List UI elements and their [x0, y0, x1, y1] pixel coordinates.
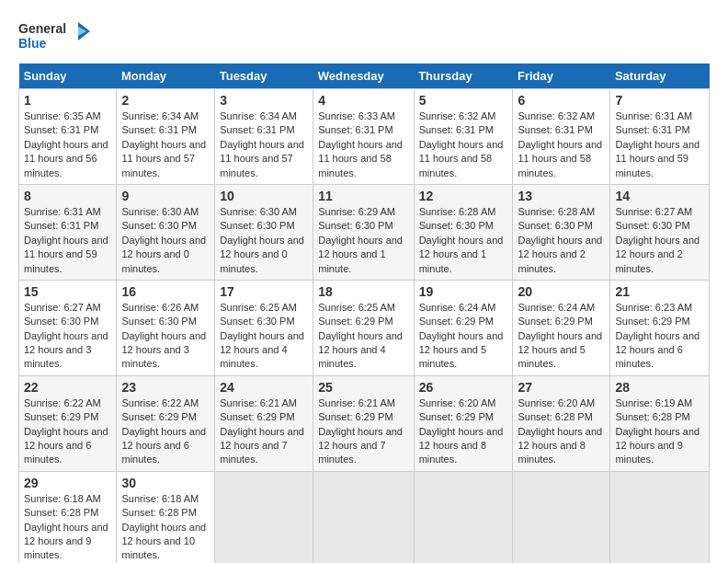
- day-number: 28: [615, 380, 704, 395]
- col-tuesday: Tuesday: [215, 63, 313, 89]
- calendar-cell: 1Sunrise: 6:35 AMSunset: 6:31 PMDaylight…: [19, 89, 117, 185]
- calendar-cell: [313, 471, 414, 563]
- calendar-cell: 22Sunrise: 6:22 AMSunset: 6:29 PMDayligh…: [19, 375, 117, 471]
- day-info: Sunrise: 6:26 AMSunset: 6:30 PMDaylight …: [121, 301, 210, 372]
- day-info: Sunrise: 6:28 AMSunset: 6:30 PMDaylight …: [419, 205, 508, 276]
- col-sunday: Sunday: [19, 63, 117, 89]
- calendar-cell: 28Sunrise: 6:19 AMSunset: 6:28 PMDayligh…: [610, 375, 710, 471]
- calendar-cell: 13Sunrise: 6:28 AMSunset: 6:30 PMDayligh…: [513, 184, 610, 280]
- day-info: Sunrise: 6:24 AMSunset: 6:29 PMDaylight …: [419, 301, 508, 372]
- day-number: 6: [518, 93, 605, 108]
- calendar-cell: 20Sunrise: 6:24 AMSunset: 6:29 PMDayligh…: [513, 280, 610, 375]
- day-number: 24: [220, 380, 308, 395]
- calendar-cell: 17Sunrise: 6:25 AMSunset: 6:30 PMDayligh…: [215, 280, 313, 375]
- calendar-cell: 12Sunrise: 6:28 AMSunset: 6:30 PMDayligh…: [414, 184, 513, 280]
- calendar-cell: 26Sunrise: 6:20 AMSunset: 6:29 PMDayligh…: [414, 375, 513, 471]
- day-info: Sunrise: 6:18 AMSunset: 6:28 PMDaylight …: [24, 492, 111, 563]
- calendar-cell: 30Sunrise: 6:18 AMSunset: 6:28 PMDayligh…: [117, 471, 215, 563]
- day-number: 13: [518, 189, 605, 203]
- header: General Blue: [18, 18, 710, 60]
- col-thursday: Thursday: [414, 63, 513, 89]
- day-info: Sunrise: 6:29 AMSunset: 6:30 PMDaylight …: [318, 205, 408, 276]
- day-info: Sunrise: 6:27 AMSunset: 6:30 PMDaylight …: [24, 301, 111, 372]
- day-number: 30: [121, 476, 210, 490]
- day-number: 20: [518, 284, 605, 299]
- calendar-week-2: 8Sunrise: 6:31 AMSunset: 6:31 PMDaylight…: [19, 184, 710, 280]
- calendar-cell: 18Sunrise: 6:25 AMSunset: 6:29 PMDayligh…: [313, 280, 414, 375]
- day-info: Sunrise: 6:22 AMSunset: 6:29 PMDaylight …: [121, 396, 210, 467]
- day-number: 4: [318, 93, 408, 108]
- day-info: Sunrise: 6:19 AMSunset: 6:28 PMDaylight …: [615, 396, 704, 467]
- logo: General Blue: [18, 18, 92, 60]
- day-number: 7: [615, 93, 704, 108]
- svg-text:Blue: Blue: [18, 36, 47, 51]
- calendar-cell: [513, 471, 610, 563]
- col-friday: Friday: [513, 63, 610, 89]
- day-info: Sunrise: 6:30 AMSunset: 6:30 PMDaylight …: [121, 205, 210, 276]
- calendar-cell: 29Sunrise: 6:18 AMSunset: 6:28 PMDayligh…: [19, 471, 117, 563]
- calendar-cell: 11Sunrise: 6:29 AMSunset: 6:30 PMDayligh…: [313, 184, 414, 280]
- calendar-cell: 3Sunrise: 6:34 AMSunset: 6:31 PMDaylight…: [215, 89, 313, 185]
- calendar-cell: [215, 471, 313, 563]
- day-number: 26: [419, 380, 508, 395]
- day-number: 9: [121, 189, 210, 203]
- calendar-cell: 6Sunrise: 6:32 AMSunset: 6:31 PMDaylight…: [513, 89, 610, 185]
- day-number: 21: [615, 284, 704, 299]
- day-info: Sunrise: 6:35 AMSunset: 6:31 PMDaylight …: [24, 109, 111, 180]
- calendar-cell: 23Sunrise: 6:22 AMSunset: 6:29 PMDayligh…: [117, 375, 215, 471]
- day-number: 2: [121, 93, 210, 108]
- svg-text:General: General: [18, 21, 66, 36]
- calendar-week-3: 15Sunrise: 6:27 AMSunset: 6:30 PMDayligh…: [19, 280, 710, 375]
- calendar-cell: 7Sunrise: 6:31 AMSunset: 6:31 PMDaylight…: [610, 89, 710, 185]
- day-info: Sunrise: 6:21 AMSunset: 6:29 PMDaylight …: [220, 396, 308, 467]
- day-info: Sunrise: 6:25 AMSunset: 6:29 PMDaylight …: [318, 301, 408, 372]
- calendar-cell: 27Sunrise: 6:20 AMSunset: 6:28 PMDayligh…: [513, 375, 610, 471]
- day-info: Sunrise: 6:25 AMSunset: 6:30 PMDaylight …: [220, 301, 308, 372]
- calendar-cell: 4Sunrise: 6:33 AMSunset: 6:31 PMDaylight…: [313, 89, 414, 185]
- calendar-cell: 21Sunrise: 6:23 AMSunset: 6:29 PMDayligh…: [610, 280, 710, 375]
- calendar-cell: 19Sunrise: 6:24 AMSunset: 6:29 PMDayligh…: [414, 280, 513, 375]
- day-info: Sunrise: 6:27 AMSunset: 6:30 PMDaylight …: [615, 205, 704, 276]
- day-info: Sunrise: 6:34 AMSunset: 6:31 PMDaylight …: [220, 109, 308, 180]
- calendar-week-4: 22Sunrise: 6:22 AMSunset: 6:29 PMDayligh…: [19, 375, 710, 471]
- day-number: 1: [24, 93, 111, 108]
- day-number: 29: [24, 476, 111, 490]
- logo-svg: General Blue: [18, 18, 92, 60]
- col-wednesday: Wednesday: [313, 63, 414, 89]
- calendar-cell: 14Sunrise: 6:27 AMSunset: 6:30 PMDayligh…: [610, 184, 710, 280]
- header-row: Sunday Monday Tuesday Wednesday Thursday…: [19, 63, 710, 89]
- day-number: 19: [419, 284, 508, 299]
- day-number: 22: [24, 380, 111, 395]
- day-info: Sunrise: 6:28 AMSunset: 6:30 PMDaylight …: [518, 205, 605, 276]
- day-number: 16: [121, 284, 210, 299]
- day-number: 5: [419, 93, 508, 108]
- day-info: Sunrise: 6:32 AMSunset: 6:31 PMDaylight …: [518, 109, 605, 180]
- day-number: 8: [24, 189, 111, 203]
- day-number: 10: [220, 189, 308, 203]
- day-info: Sunrise: 6:22 AMSunset: 6:29 PMDaylight …: [24, 396, 111, 467]
- calendar-cell: 9Sunrise: 6:30 AMSunset: 6:30 PMDaylight…: [117, 184, 215, 280]
- day-number: 3: [220, 93, 308, 108]
- day-info: Sunrise: 6:33 AMSunset: 6:31 PMDaylight …: [318, 109, 408, 180]
- day-number: 14: [615, 189, 704, 203]
- day-info: Sunrise: 6:18 AMSunset: 6:28 PMDaylight …: [121, 492, 210, 563]
- col-monday: Monday: [117, 63, 215, 89]
- calendar-cell: 15Sunrise: 6:27 AMSunset: 6:30 PMDayligh…: [19, 280, 117, 375]
- calendar-cell: 2Sunrise: 6:34 AMSunset: 6:31 PMDaylight…: [117, 89, 215, 185]
- day-number: 18: [318, 284, 408, 299]
- day-info: Sunrise: 6:32 AMSunset: 6:31 PMDaylight …: [419, 109, 508, 180]
- calendar-cell: 5Sunrise: 6:32 AMSunset: 6:31 PMDaylight…: [414, 89, 513, 185]
- day-number: 15: [24, 284, 111, 299]
- day-number: 12: [419, 189, 508, 203]
- calendar-week-1: 1Sunrise: 6:35 AMSunset: 6:31 PMDaylight…: [19, 89, 710, 185]
- calendar-cell: 25Sunrise: 6:21 AMSunset: 6:29 PMDayligh…: [313, 375, 414, 471]
- day-info: Sunrise: 6:20 AMSunset: 6:28 PMDaylight …: [518, 396, 605, 467]
- calendar-cell: [610, 471, 710, 563]
- day-number: 25: [318, 380, 408, 395]
- calendar-cell: 8Sunrise: 6:31 AMSunset: 6:31 PMDaylight…: [19, 184, 117, 280]
- calendar-cell: 16Sunrise: 6:26 AMSunset: 6:30 PMDayligh…: [117, 280, 215, 375]
- day-number: 23: [121, 380, 210, 395]
- day-info: Sunrise: 6:31 AMSunset: 6:31 PMDaylight …: [24, 205, 111, 276]
- day-info: Sunrise: 6:24 AMSunset: 6:29 PMDaylight …: [518, 301, 605, 372]
- day-info: Sunrise: 6:21 AMSunset: 6:29 PMDaylight …: [318, 396, 408, 467]
